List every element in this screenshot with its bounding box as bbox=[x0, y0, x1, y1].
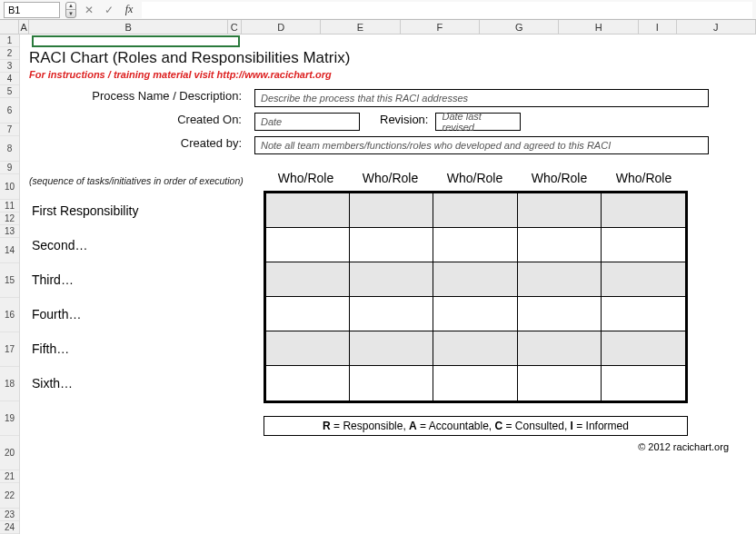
copyright: © 2012 racichart.org bbox=[29, 441, 747, 452]
col-header[interactable]: I bbox=[639, 20, 677, 34]
select-all-corner[interactable] bbox=[0, 20, 19, 34]
raci-cell[interactable] bbox=[350, 193, 433, 228]
row-header[interactable]: 10 bbox=[0, 174, 19, 200]
row-header[interactable]: 6 bbox=[0, 98, 19, 124]
role-header[interactable]: Who/Role bbox=[517, 171, 602, 191]
raci-cell[interactable] bbox=[350, 331, 433, 366]
tasks-note: (sequence of tasks/initiatives in order … bbox=[29, 176, 264, 191]
accept-formula-icon[interactable]: ✓ bbox=[102, 4, 116, 16]
role-header[interactable]: Who/Role bbox=[433, 171, 517, 191]
raci-cell[interactable] bbox=[518, 193, 602, 228]
col-header[interactable]: F bbox=[401, 20, 480, 34]
raci-cell[interactable] bbox=[433, 262, 517, 297]
page-title: RACI Chart (Roles and Responsibilities M… bbox=[29, 49, 747, 67]
row-header[interactable]: 17 bbox=[0, 332, 19, 367]
revision-field[interactable]: Date last revised bbox=[435, 113, 521, 131]
raci-cell[interactable] bbox=[518, 262, 602, 297]
raci-legend: R = Responsible, A = Accountable, C = Co… bbox=[264, 416, 688, 436]
col-header[interactable]: J bbox=[677, 20, 756, 34]
row-header[interactable]: 14 bbox=[0, 238, 19, 263]
task-label[interactable]: Fourth… bbox=[32, 297, 257, 331]
raci-cell[interactable] bbox=[266, 331, 350, 366]
created-on-field[interactable]: Date bbox=[254, 113, 360, 131]
task-label[interactable]: Sixth… bbox=[32, 366, 257, 400]
created-by-field[interactable]: Note all team members/functions/roles wh… bbox=[254, 136, 709, 154]
row-header[interactable]: 9 bbox=[0, 162, 19, 174]
raci-cell[interactable] bbox=[602, 228, 685, 262]
row-header[interactable]: 4 bbox=[0, 73, 19, 85]
raci-cell[interactable] bbox=[350, 297, 433, 331]
fx-label[interactable]: fx bbox=[122, 3, 136, 16]
row-header[interactable]: 12 bbox=[0, 213, 19, 225]
name-box-stepper[interactable]: ▲ ▼ bbox=[65, 2, 76, 18]
stepper-down-icon[interactable]: ▼ bbox=[66, 10, 75, 17]
col-header[interactable]: A bbox=[19, 20, 29, 34]
formula-bar: B1 ▲ ▼ ✕ ✓ fx bbox=[0, 0, 756, 20]
formula-input[interactable] bbox=[142, 2, 752, 18]
raci-cell[interactable] bbox=[602, 297, 685, 331]
row-header[interactable]: 5 bbox=[0, 85, 19, 98]
matrix-row: Second… bbox=[266, 228, 685, 262]
task-label[interactable]: First Responsibility bbox=[32, 193, 257, 228]
row-header[interactable]: 2 bbox=[0, 47, 19, 60]
task-label[interactable]: Third… bbox=[32, 262, 257, 297]
raci-cell[interactable] bbox=[518, 366, 602, 400]
row-header[interactable]: 15 bbox=[0, 263, 19, 298]
raci-cell[interactable] bbox=[350, 228, 433, 262]
column-headers: A B C D E F G H I J bbox=[0, 20, 756, 35]
row-header[interactable]: 24 bbox=[0, 521, 19, 534]
col-header[interactable]: B bbox=[29, 20, 227, 34]
row-header[interactable]: 20 bbox=[0, 436, 19, 470]
row-header[interactable]: 3 bbox=[0, 60, 19, 73]
row-header[interactable]: 16 bbox=[0, 298, 19, 332]
raci-cell[interactable] bbox=[266, 262, 350, 297]
raci-cell[interactable] bbox=[433, 193, 517, 228]
row-header[interactable]: 11 bbox=[0, 200, 19, 213]
raci-cell[interactable] bbox=[518, 228, 602, 262]
row-header[interactable]: 7 bbox=[0, 124, 19, 136]
raci-cell[interactable] bbox=[350, 366, 433, 400]
row-header[interactable]: 21 bbox=[0, 470, 19, 483]
col-header[interactable]: G bbox=[480, 20, 559, 34]
col-header[interactable]: C bbox=[228, 20, 242, 34]
row-header[interactable]: 22 bbox=[0, 483, 19, 509]
task-label[interactable]: Fifth… bbox=[32, 331, 257, 366]
raci-cell[interactable] bbox=[602, 193, 685, 228]
matrix-row: Fifth… bbox=[266, 331, 685, 366]
process-field[interactable]: Describe the process that this RACI addr… bbox=[254, 89, 709, 107]
raci-cell[interactable] bbox=[350, 262, 433, 297]
role-header[interactable]: Who/Role bbox=[348, 171, 433, 191]
col-header[interactable]: D bbox=[242, 20, 321, 34]
raci-cell[interactable] bbox=[266, 297, 350, 331]
raci-cell[interactable] bbox=[266, 366, 350, 400]
raci-cell[interactable] bbox=[518, 297, 602, 331]
role-header[interactable]: Who/Role bbox=[264, 171, 348, 191]
col-header[interactable]: H bbox=[559, 20, 638, 34]
matrix-row: First Responsibility bbox=[266, 193, 685, 228]
name-box[interactable]: B1 bbox=[4, 2, 60, 18]
row-header[interactable]: 13 bbox=[0, 225, 19, 238]
row-header[interactable]: 18 bbox=[0, 367, 19, 401]
raci-cell[interactable] bbox=[433, 228, 517, 262]
raci-cell[interactable] bbox=[433, 297, 517, 331]
spreadsheet-grid[interactable]: RACI Chart (Roles and Responsibilities M… bbox=[20, 35, 756, 534]
col-header[interactable]: E bbox=[321, 20, 400, 34]
raci-cell[interactable] bbox=[433, 366, 517, 400]
raci-cell[interactable] bbox=[602, 366, 685, 400]
raci-cell[interactable] bbox=[266, 193, 350, 228]
stepper-up-icon[interactable]: ▲ bbox=[66, 3, 75, 11]
row-header[interactable]: 19 bbox=[0, 401, 19, 436]
task-label[interactable]: Second… bbox=[32, 228, 257, 262]
raci-cell[interactable] bbox=[433, 331, 517, 366]
cancel-formula-icon[interactable]: ✕ bbox=[82, 4, 96, 16]
raci-cell[interactable] bbox=[266, 228, 350, 262]
raci-cell[interactable] bbox=[602, 331, 685, 366]
row-header[interactable]: 1 bbox=[0, 35, 19, 47]
instructions-link[interactable]: For instructions / training material vis… bbox=[29, 69, 747, 80]
row-header[interactable]: 23 bbox=[0, 509, 19, 521]
role-header[interactable]: Who/Role bbox=[602, 171, 686, 191]
raci-cell[interactable] bbox=[518, 331, 602, 366]
raci-cell[interactable] bbox=[602, 262, 685, 297]
matrix-row: Third… bbox=[266, 262, 685, 297]
row-header[interactable]: 8 bbox=[0, 136, 19, 162]
